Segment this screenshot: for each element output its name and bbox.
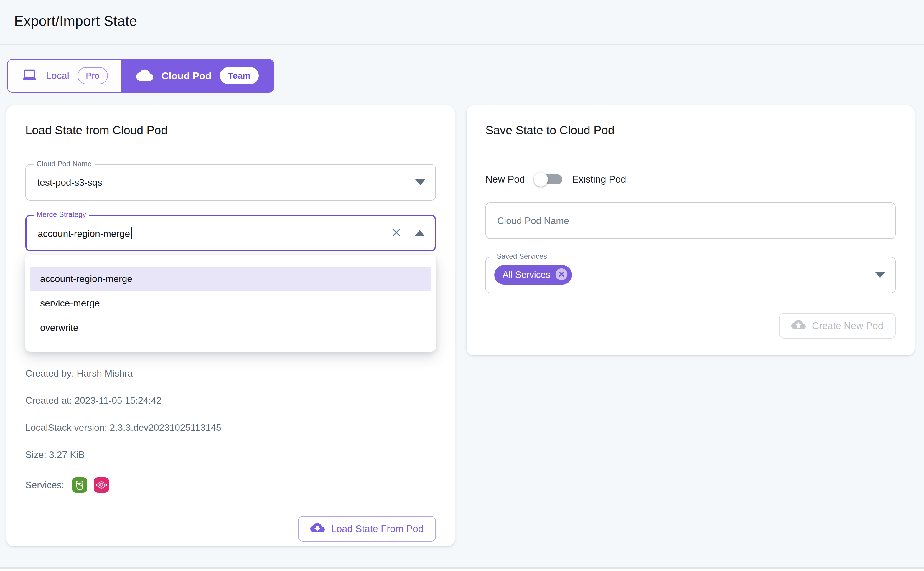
cloud-icon bbox=[136, 66, 153, 85]
mode-cloud-label: Cloud Pod bbox=[162, 70, 212, 82]
merge-strategy-label: Merge Strategy bbox=[34, 210, 89, 219]
mode-toggle-local[interactable]: Local Pro bbox=[8, 60, 121, 92]
saved-services-label: Saved Services bbox=[494, 252, 550, 261]
create-new-pod-button[interactable]: Create New Pod bbox=[779, 313, 896, 338]
pod-metadata: Created by: Harsh Mishra Created at: 202… bbox=[25, 368, 436, 492]
save-pod-name-field bbox=[485, 202, 896, 239]
save-state-card: Save State to Cloud Pod New Pod Existing… bbox=[467, 105, 915, 355]
existing-pod-label: Existing Pod bbox=[572, 174, 626, 185]
load-state-from-pod-button[interactable]: Load State From Pod bbox=[298, 516, 436, 542]
cloud-upload-icon bbox=[791, 318, 805, 334]
load-state-card: Load State from Cloud Pod Cloud Pod Name… bbox=[6, 105, 455, 546]
switch-knob bbox=[534, 172, 548, 187]
new-existing-pod-switch[interactable] bbox=[534, 172, 563, 187]
load-card-title: Load State from Cloud Pod bbox=[25, 105, 436, 137]
merge-strategy-value: account-region-merge bbox=[38, 228, 130, 239]
team-badge: Team bbox=[220, 67, 259, 84]
all-services-chip-label: All Services bbox=[502, 270, 550, 280]
option-account-region-merge[interactable]: account-region-merge bbox=[30, 267, 431, 291]
saved-services-select[interactable]: Saved Services All Services bbox=[485, 257, 896, 293]
chevron-down-icon bbox=[875, 272, 885, 278]
services-row: Services: bbox=[25, 477, 436, 492]
localstack-version-text: LocalStack version: 2.3.3.dev20231025113… bbox=[25, 422, 436, 433]
chevron-up-icon[interactable] bbox=[415, 230, 425, 236]
mode-toggle-group: Local Pro Cloud Pod Team bbox=[7, 59, 274, 93]
page-title: Export/Import State bbox=[14, 13, 910, 29]
sqs-service-icon bbox=[94, 477, 109, 492]
new-pod-label: New Pod bbox=[485, 174, 525, 185]
page-header: Export/Import State bbox=[0, 0, 924, 45]
pod-mode-toggle-row: New Pod Existing Pod bbox=[485, 172, 896, 187]
cloud-pod-name-select-value: test-pod-s3-sqs bbox=[26, 177, 102, 188]
option-service-merge[interactable]: service-merge bbox=[30, 291, 431, 316]
pro-badge: Pro bbox=[77, 67, 108, 84]
chip-delete-icon[interactable] bbox=[555, 268, 568, 282]
cloud-pod-name-select-label: Cloud Pod Name bbox=[34, 160, 94, 168]
cloud-pod-name-select[interactable]: Cloud Pod Name test-pod-s3-sqs bbox=[25, 164, 436, 201]
create-button-label: Create New Pod bbox=[812, 320, 883, 332]
created-at-text: Created at: 2023-11-05 15:24:42 bbox=[25, 395, 436, 406]
cloud-download-icon bbox=[311, 521, 324, 537]
chevron-down-icon bbox=[415, 179, 425, 185]
size-text: Size: 3.27 KiB bbox=[25, 449, 436, 460]
mode-local-label: Local bbox=[46, 70, 69, 81]
load-button-label: Load State From Pod bbox=[331, 523, 423, 534]
save-card-title: Save State to Cloud Pod bbox=[485, 105, 896, 137]
laptop-icon bbox=[21, 67, 38, 85]
option-overwrite[interactable]: overwrite bbox=[30, 316, 431, 340]
merge-strategy-options-popup: account-region-merge service-merge overw… bbox=[25, 255, 436, 352]
save-pod-name-input[interactable] bbox=[486, 203, 895, 238]
merge-strategy-input[interactable]: Merge Strategy account-region-merge bbox=[25, 215, 436, 251]
created-by-text: Created by: Harsh Mishra bbox=[25, 368, 436, 379]
mode-toggle-cloud-pod[interactable]: Cloud Pod Team bbox=[121, 60, 273, 92]
footer-strip bbox=[0, 568, 924, 571]
clear-icon[interactable] bbox=[391, 227, 402, 239]
main-content: Load State from Cloud Pod Cloud Pod Name… bbox=[0, 93, 924, 546]
services-label: Services: bbox=[25, 480, 64, 491]
s3-service-icon bbox=[72, 477, 87, 492]
all-services-chip[interactable]: All Services bbox=[494, 265, 572, 285]
text-caret bbox=[131, 227, 132, 239]
